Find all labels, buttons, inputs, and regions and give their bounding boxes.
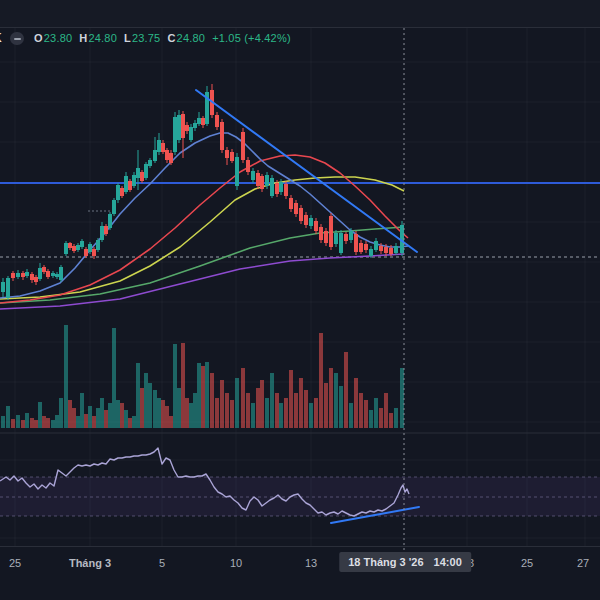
volume-bar: [38, 402, 42, 428]
candle-body: [165, 150, 169, 160]
volume-bar: [128, 418, 132, 428]
candle-body: [108, 214, 112, 228]
volume-bar: [339, 386, 343, 428]
volume-bar: [197, 363, 201, 428]
volume-bar: [201, 366, 205, 428]
candle-body: [80, 241, 84, 247]
candle-body: [72, 246, 76, 251]
candle-body: [314, 221, 318, 231]
candle-body: [161, 143, 165, 152]
candle-body: [16, 273, 20, 277]
candle-body: [235, 157, 239, 186]
volume-bar: [132, 416, 136, 428]
trading-chart-app: K O 23.80 H 24.80 L 23.75 C 24.80 +1.05 …: [0, 0, 600, 600]
candle-body: [76, 245, 80, 250]
high-value: 24.80: [88, 32, 117, 44]
volume-bar: [68, 400, 72, 428]
candle-body: [88, 244, 92, 252]
volume-bar: [55, 415, 59, 428]
crosshair-time: 14:00: [434, 556, 462, 568]
candle-body: [389, 248, 393, 254]
volume-bar: [173, 344, 177, 428]
volume-bar: [30, 418, 34, 428]
volume-bar: [275, 393, 279, 428]
candle-body: [193, 123, 197, 128]
candle-body: [6, 278, 10, 298]
volume-bar: [148, 383, 152, 428]
volume-bar: [230, 400, 234, 428]
candle-body: [38, 268, 42, 279]
candle-body: [275, 183, 279, 194]
volume-bar: [251, 403, 255, 428]
volume-bar: [210, 373, 214, 428]
candle-body: [140, 172, 144, 181]
volume-bar: [241, 368, 245, 428]
volume-bar: [205, 362, 209, 428]
volume-bar: [92, 416, 96, 428]
volume-bar: [64, 325, 68, 428]
change-value: +1.05 (+4.42%): [212, 32, 291, 44]
volume-bar: [140, 388, 144, 428]
volume-bar: [220, 380, 224, 428]
volume-bar: [1, 416, 5, 428]
candle-body: [394, 246, 398, 253]
time-axis[interactable]: 25Tháng 35101323252718 Tháng 3 '2614:00: [0, 546, 600, 600]
volume-bar: [289, 370, 293, 428]
volume-bar: [260, 380, 264, 428]
candle-body: [319, 227, 323, 240]
candle-body: [251, 171, 255, 180]
volume-bar: [193, 393, 197, 428]
volume-bar: [304, 390, 308, 428]
time-axis-label: 25: [521, 557, 533, 569]
volume-bar: [76, 416, 80, 428]
candle-body: [270, 178, 274, 196]
candle-body: [215, 115, 219, 127]
time-axis-label: Tháng 3: [69, 557, 111, 569]
volume-bar: [384, 393, 388, 428]
collapse-legend-button[interactable]: [10, 32, 24, 45]
volume-bar: [294, 393, 298, 428]
volume-bar: [84, 414, 88, 428]
candle-body: [189, 127, 193, 140]
volume-bar: [284, 398, 288, 428]
ohlc-legend: O 23.80 H 24.80 L 23.75 C 24.80 +1.05 (+…: [34, 31, 291, 45]
legend-close: C 24.80: [167, 32, 205, 44]
candle-body: [265, 175, 269, 186]
volume-bar: [246, 393, 250, 428]
candle-body: [136, 168, 140, 178]
volume-bar: [96, 408, 100, 428]
volume-bar: [309, 403, 313, 428]
volume-bar: [161, 400, 165, 428]
volume-bar: [299, 378, 303, 428]
volume-bar: [364, 400, 368, 428]
candle-body: [34, 277, 38, 282]
candle-body: [284, 184, 288, 196]
close-label: C: [167, 32, 175, 44]
volume-bar: [185, 398, 189, 428]
time-axis-label: 27: [577, 557, 589, 569]
price-chart-canvas[interactable]: [0, 0, 600, 600]
candle-body: [51, 273, 55, 276]
candle-body: [349, 231, 353, 240]
volume-bar: [112, 328, 116, 428]
candle-body: [84, 249, 88, 256]
ticker-symbol-fragment: K: [0, 31, 4, 44]
candle-body: [55, 274, 59, 277]
candle-body: [294, 203, 298, 214]
candle-body: [309, 218, 313, 226]
candle-body: [230, 152, 234, 161]
candle-body: [344, 234, 348, 241]
candle-body: [11, 273, 15, 278]
candle-body: [148, 160, 152, 166]
candle-body: [25, 272, 29, 276]
candle-body: [246, 160, 250, 172]
candle-body: [289, 198, 293, 209]
volume-bar: [124, 410, 128, 428]
crosshair-date-tooltip: 18 Tháng 3 '2614:00: [339, 552, 471, 572]
volume-bar: [215, 398, 219, 428]
candle-body: [241, 132, 245, 160]
volume-bar: [319, 333, 323, 428]
volume-bar: [157, 398, 161, 428]
volume-bar: [314, 398, 318, 428]
candle-body: [100, 226, 104, 240]
